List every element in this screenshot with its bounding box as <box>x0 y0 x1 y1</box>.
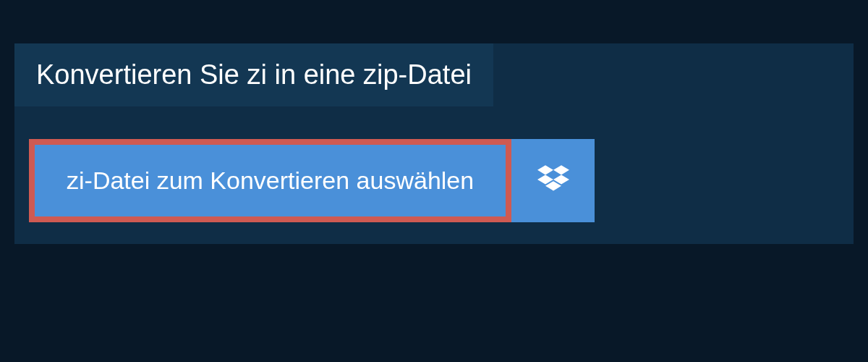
dropbox-icon <box>537 164 569 198</box>
select-file-label: zi-Datei zum Konvertieren auswählen <box>67 167 474 195</box>
action-row: zi-Datei zum Konvertieren auswählen <box>29 139 854 222</box>
select-file-button[interactable]: zi-Datei zum Konvertieren auswählen <box>29 139 511 222</box>
converter-panel: Konvertieren Sie zi in eine zip-Datei zi… <box>14 43 854 244</box>
page-title: Konvertieren Sie zi in eine zip-Datei <box>36 59 472 90</box>
dropbox-button[interactable] <box>511 139 595 222</box>
title-bar: Konvertieren Sie zi in eine zip-Datei <box>14 43 493 106</box>
